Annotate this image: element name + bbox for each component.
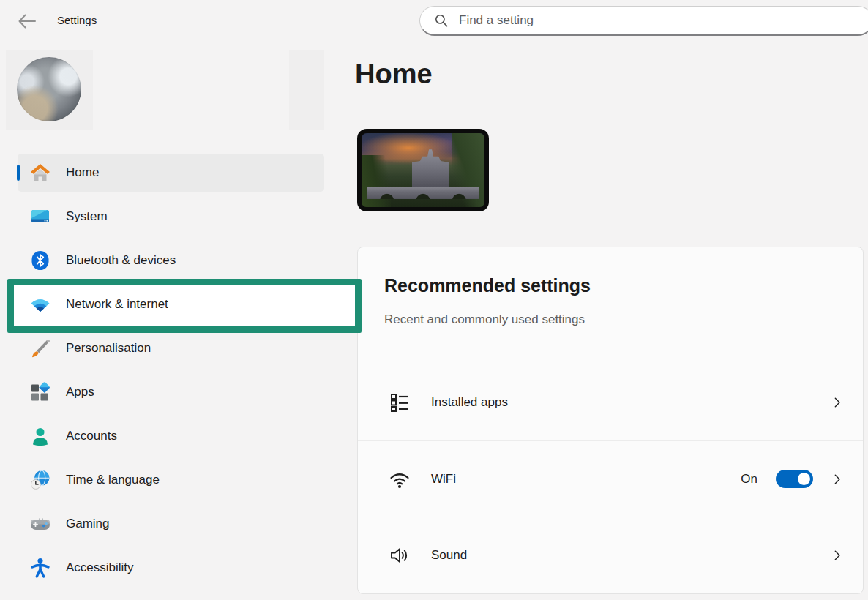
wifi-toggle[interactable] [776,470,813,488]
thumbnail-church [412,149,449,188]
system-icon [29,206,51,228]
row-label: Installed apps [431,395,508,410]
personalisation-icon [29,337,51,359]
sidebar-item-label: Accounts [66,429,117,443]
back-arrow-icon [15,10,37,32]
bluetooth-icon [29,250,51,271]
sidebar-item-label: Time & language [66,473,160,487]
user-account-block-edge [289,50,324,130]
page-title: Home [355,59,433,90]
sidebar-item-label: Accessibility [66,560,134,575]
time-language-icon [29,469,51,491]
sidebar-item-label: Gaming [66,517,110,531]
wifi-icon [389,468,411,490]
sidebar-item-label: Network & internet [66,297,168,312]
sidebar-item-label: System [66,209,108,224]
card-title: Recommended settings [384,275,837,296]
thumbnail-hill [362,155,391,207]
sidebar-item-accessibility[interactable]: Accessibility [18,549,324,587]
sound-icon [389,544,411,566]
back-button[interactable] [15,10,38,33]
sidebar-item-label: Home [66,165,99,180]
app-title: Settings [57,14,97,26]
recommended-settings-card: Recommended settings Recent and commonly… [357,247,864,594]
chevron-right-icon [829,547,845,563]
installed-apps-icon [389,391,411,413]
search-icon [433,12,450,29]
search-input[interactable] [459,13,810,28]
chevron-right-icon [829,471,845,487]
apps-icon [29,381,51,403]
thumbnail-bridge [367,187,480,199]
wifi-toggle-status: On [741,472,757,487]
network-icon [29,293,51,315]
row-wifi[interactable]: WiFi On [358,440,863,517]
selected-accent-pill [17,165,20,181]
sidebar-item-system[interactable]: System [18,198,324,236]
sidebar-item-personalisation[interactable]: Personalisation [18,329,324,367]
row-installed-apps[interactable]: Installed apps [358,364,863,440]
toggle-knob [798,473,810,485]
sidebar-item-network-internet[interactable]: Network & internet [18,285,324,323]
sidebar-item-gaming[interactable]: Gaming [18,505,324,543]
sidebar-item-time-language[interactable]: Time & language [18,461,324,499]
home-icon [29,162,51,184]
accessibility-icon [29,557,51,579]
row-label: WiFi [431,472,456,487]
search-box[interactable] [419,6,868,36]
gaming-icon [29,513,51,535]
row-sound[interactable]: Sound [358,517,863,593]
sidebar-item-accounts[interactable]: Accounts [18,417,324,455]
chevron-right-icon [829,394,845,410]
sidebar-item-bluetooth-devices[interactable]: Bluetooth & devices [18,241,324,280]
recommended-settings-header: Recommended settings Recent and commonly… [358,247,863,364]
home-banner-thumbnail [357,129,489,211]
sidebar-item-label: Apps [66,385,94,400]
user-avatar[interactable] [17,57,81,121]
sidebar-item-label: Personalisation [66,341,151,356]
row-label: Sound [431,548,467,563]
accounts-icon [29,425,51,447]
card-subtitle: Recent and commonly used settings [384,312,837,327]
sidebar-item-label: Bluetooth & devices [66,253,176,268]
sidebar-item-home[interactable]: Home [18,154,324,192]
settings-sidebar: Home System Bluetooth & devices [18,154,324,593]
sidebar-item-apps[interactable]: Apps [18,373,324,411]
